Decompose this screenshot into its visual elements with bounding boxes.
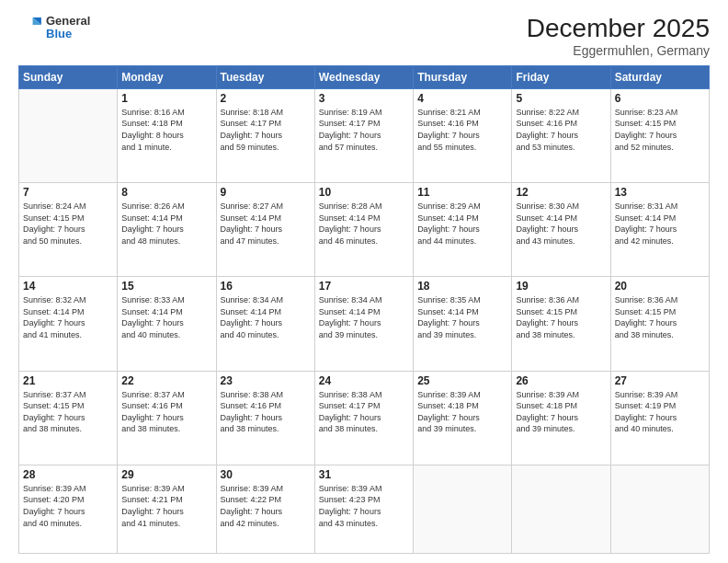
table-row: 25Sunrise: 8:39 AMSunset: 4:18 PMDayligh… [414,371,512,465]
table-row: 28Sunrise: 8:39 AMSunset: 4:20 PMDayligh… [19,465,118,553]
table-row: 23Sunrise: 8:38 AMSunset: 4:16 PMDayligh… [216,371,314,465]
table-row: 13Sunrise: 8:31 AMSunset: 4:14 PMDayligh… [610,183,709,277]
day-number: 18 [417,280,507,293]
table-row: 20Sunrise: 8:36 AMSunset: 4:15 PMDayligh… [610,277,709,371]
page-subtitle: Eggermuhlen, Germany [527,43,710,58]
calendar-week-row: 7Sunrise: 8:24 AMSunset: 4:15 PMDaylight… [19,183,710,277]
day-info: Sunrise: 8:39 AMSunset: 4:18 PMDaylight:… [516,389,606,435]
day-info: Sunrise: 8:30 AMSunset: 4:14 PMDaylight:… [516,201,606,247]
table-row: 31Sunrise: 8:39 AMSunset: 4:23 PMDayligh… [314,465,413,553]
table-row: 7Sunrise: 8:24 AMSunset: 4:15 PMDaylight… [19,183,118,277]
day-number: 27 [615,374,705,387]
calendar-header-row: Sunday Monday Tuesday Wednesday Thursday… [19,65,710,88]
table-row: 21Sunrise: 8:37 AMSunset: 4:15 PMDayligh… [19,371,118,465]
day-info: Sunrise: 8:34 AMSunset: 4:14 PMDaylight:… [221,294,311,340]
table-row: 19Sunrise: 8:36 AMSunset: 4:15 PMDayligh… [512,277,610,371]
day-number: 20 [615,280,705,293]
table-row: 27Sunrise: 8:39 AMSunset: 4:19 PMDayligh… [610,371,709,465]
day-info: Sunrise: 8:27 AMSunset: 4:14 PMDaylight:… [221,201,311,247]
day-number: 2 [221,92,311,105]
table-row [19,88,118,182]
day-info: Sunrise: 8:35 AMSunset: 4:14 PMDaylight:… [417,294,507,340]
day-number: 23 [221,374,311,387]
day-info: Sunrise: 8:18 AMSunset: 4:17 PMDaylight:… [221,107,311,153]
day-number: 30 [221,468,311,481]
logo-text: General Blue [46,15,90,41]
table-row: 1Sunrise: 8:16 AMSunset: 4:18 PMDaylight… [118,88,216,182]
day-number: 1 [121,92,211,105]
day-number: 19 [516,280,606,293]
table-row: 18Sunrise: 8:35 AMSunset: 4:14 PMDayligh… [414,277,512,371]
logo-general-text: General [46,15,90,28]
day-info: Sunrise: 8:23 AMSunset: 4:15 PMDaylight:… [615,107,705,153]
table-row: 30Sunrise: 8:39 AMSunset: 4:22 PMDayligh… [216,465,314,553]
day-info: Sunrise: 8:36 AMSunset: 4:15 PMDaylight:… [516,294,606,340]
day-info: Sunrise: 8:24 AMSunset: 4:15 PMDaylight:… [23,201,113,247]
day-number: 16 [221,280,311,293]
day-number: 24 [319,374,409,387]
day-info: Sunrise: 8:39 AMSunset: 4:20 PMDaylight:… [23,483,113,529]
day-info: Sunrise: 8:28 AMSunset: 4:14 PMDaylight:… [319,201,409,247]
day-number: 10 [319,186,409,199]
logo-icon [18,15,44,40]
day-number: 7 [23,186,113,199]
day-info: Sunrise: 8:31 AMSunset: 4:14 PMDaylight:… [615,201,705,247]
day-number: 9 [221,186,311,199]
day-number: 31 [319,468,409,481]
table-row: 16Sunrise: 8:34 AMSunset: 4:14 PMDayligh… [216,277,314,371]
day-number: 26 [516,374,606,387]
calendar-week-row: 28Sunrise: 8:39 AMSunset: 4:20 PMDayligh… [19,465,710,553]
day-number: 4 [417,92,507,105]
col-saturday: Saturday [610,65,709,88]
logo: General Blue [18,15,90,41]
table-row: 26Sunrise: 8:39 AMSunset: 4:18 PMDayligh… [512,371,610,465]
day-info: Sunrise: 8:37 AMSunset: 4:15 PMDaylight:… [23,389,113,435]
table-row: 2Sunrise: 8:18 AMSunset: 4:17 PMDaylight… [216,88,314,182]
day-info: Sunrise: 8:39 AMSunset: 4:22 PMDaylight:… [221,483,311,529]
day-number: 13 [615,186,705,199]
table-row: 12Sunrise: 8:30 AMSunset: 4:14 PMDayligh… [512,183,610,277]
table-row: 29Sunrise: 8:39 AMSunset: 4:21 PMDayligh… [118,465,216,553]
day-info: Sunrise: 8:19 AMSunset: 4:17 PMDaylight:… [319,107,409,153]
page: General Blue December 2025 Eggermuhlen, … [0,0,728,563]
table-row: 14Sunrise: 8:32 AMSunset: 4:14 PMDayligh… [19,277,118,371]
table-row: 8Sunrise: 8:26 AMSunset: 4:14 PMDaylight… [118,183,216,277]
table-row: 6Sunrise: 8:23 AMSunset: 4:15 PMDaylight… [610,88,709,182]
table-row: 15Sunrise: 8:33 AMSunset: 4:14 PMDayligh… [118,277,216,371]
table-row: 17Sunrise: 8:34 AMSunset: 4:14 PMDayligh… [314,277,413,371]
calendar-week-row: 1Sunrise: 8:16 AMSunset: 4:18 PMDaylight… [19,88,710,182]
day-number: 6 [615,92,705,105]
day-info: Sunrise: 8:39 AMSunset: 4:18 PMDaylight:… [417,389,507,435]
day-number: 22 [121,374,211,387]
day-number: 28 [23,468,113,481]
table-row: 3Sunrise: 8:19 AMSunset: 4:17 PMDaylight… [314,88,413,182]
day-info: Sunrise: 8:38 AMSunset: 4:17 PMDaylight:… [319,389,409,435]
table-row: 11Sunrise: 8:29 AMSunset: 4:14 PMDayligh… [414,183,512,277]
table-row: 24Sunrise: 8:38 AMSunset: 4:17 PMDayligh… [314,371,413,465]
logo-blue-text: Blue [46,28,90,40]
day-info: Sunrise: 8:39 AMSunset: 4:23 PMDaylight:… [319,483,409,529]
calendar-week-row: 21Sunrise: 8:37 AMSunset: 4:15 PMDayligh… [19,371,710,465]
day-info: Sunrise: 8:22 AMSunset: 4:16 PMDaylight:… [516,107,606,153]
col-monday: Monday [118,65,216,88]
day-number: 15 [121,280,211,293]
table-row [610,465,709,553]
col-sunday: Sunday [19,65,118,88]
day-number: 3 [319,92,409,105]
table-row: 10Sunrise: 8:28 AMSunset: 4:14 PMDayligh… [314,183,413,277]
col-thursday: Thursday [414,65,512,88]
day-info: Sunrise: 8:21 AMSunset: 4:16 PMDaylight:… [417,107,507,153]
header: General Blue December 2025 Eggermuhlen, … [18,15,710,58]
day-info: Sunrise: 8:34 AMSunset: 4:14 PMDaylight:… [319,294,409,340]
table-row [414,465,512,553]
day-info: Sunrise: 8:16 AMSunset: 4:18 PMDaylight:… [121,107,211,153]
day-number: 29 [121,468,211,481]
day-info: Sunrise: 8:26 AMSunset: 4:14 PMDaylight:… [121,201,211,247]
day-number: 12 [516,186,606,199]
table-row: 9Sunrise: 8:27 AMSunset: 4:14 PMDaylight… [216,183,314,277]
day-number: 21 [23,374,113,387]
table-row: 5Sunrise: 8:22 AMSunset: 4:16 PMDaylight… [512,88,610,182]
table-row: 4Sunrise: 8:21 AMSunset: 4:16 PMDaylight… [414,88,512,182]
day-info: Sunrise: 8:37 AMSunset: 4:16 PMDaylight:… [121,389,211,435]
col-wednesday: Wednesday [314,65,413,88]
